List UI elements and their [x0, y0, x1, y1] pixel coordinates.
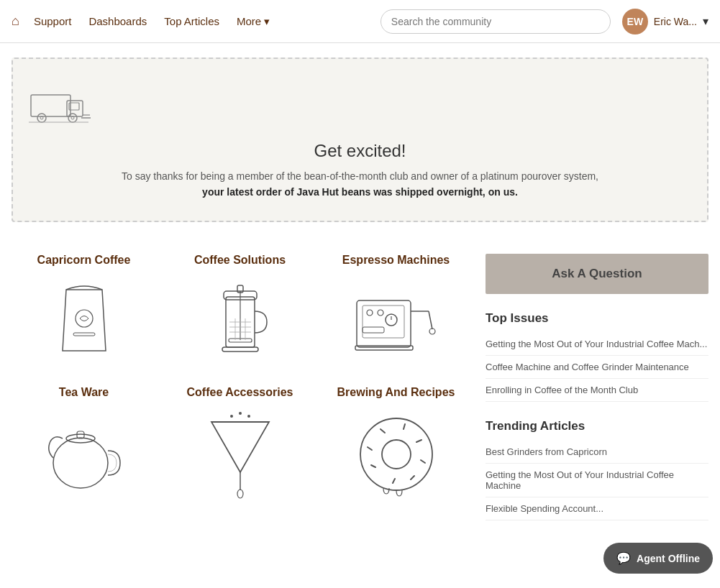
- donut-icon: [350, 408, 443, 501]
- trending-article-item[interactable]: Getting the Most Out of Your Industrial …: [486, 464, 708, 497]
- nav-top-articles[interactable]: Top Articles: [164, 15, 219, 28]
- user-menu[interactable]: EW Eric Wa... ▾: [622, 9, 708, 35]
- ask-question-button[interactable]: Ask A Question: [486, 254, 708, 294]
- svg-rect-11: [73, 333, 95, 336]
- svg-point-10: [76, 310, 93, 327]
- filter-icon: [193, 408, 287, 501]
- trending-articles-section: Trending Articles Best Grinders from Cap…: [486, 419, 708, 520]
- svg-point-26: [367, 310, 373, 316]
- espresso-machine-icon: [350, 275, 443, 369]
- svg-point-34: [429, 329, 435, 334]
- svg-point-44: [360, 418, 432, 490]
- category-tea-ware[interactable]: Tea Ware: [12, 386, 156, 501]
- category-grid: Capricorn Coffee Coffee Solutions: [12, 254, 468, 501]
- category-coffee-accessories[interactable]: Coffee Accessories: [168, 386, 312, 501]
- svg-line-51: [411, 476, 414, 479]
- search-area: [380, 9, 611, 34]
- svg-point-45: [382, 440, 411, 469]
- trending-articles-list: Best Grinders from Capricorn Getting the…: [486, 441, 708, 520]
- categories-section: Capricorn Coffee Coffee Solutions: [12, 254, 468, 538]
- svg-line-33: [429, 311, 432, 329]
- svg-rect-31: [355, 346, 413, 350]
- kettle-icon: [37, 408, 131, 501]
- svg-point-5: [68, 114, 77, 122]
- top-issues-heading: Top Issues: [486, 311, 708, 326]
- main-content: Capricorn Coffee Coffee Solutions: [0, 236, 720, 538]
- avatar: EW: [622, 9, 648, 35]
- hero-banner: Get excited! To say thanks for being a m…: [12, 58, 708, 222]
- category-coffee-solutions[interactable]: Coffee Solutions: [168, 254, 312, 369]
- truck-icon: [27, 81, 693, 131]
- category-brewing-recipes[interactable]: Brewing And Recipes: [324, 386, 468, 501]
- nav-dashboards[interactable]: Dashboards: [88, 15, 147, 28]
- svg-point-27: [378, 310, 383, 316]
- svg-point-40: [239, 412, 242, 415]
- home-icon[interactable]: ⌂: [12, 14, 19, 29]
- svg-rect-23: [222, 347, 258, 352]
- svg-line-49: [368, 447, 372, 450]
- hero-title: Get excited!: [27, 141, 693, 161]
- french-press-icon: [193, 275, 287, 369]
- coffee-bag-icon: [37, 275, 131, 369]
- chevron-down-icon: ▾: [264, 15, 270, 28]
- svg-line-48: [416, 440, 421, 442]
- search-input[interactable]: [380, 9, 611, 34]
- sidebar: Ask A Question Top Issues Getting the Mo…: [486, 254, 708, 538]
- nav-more-button[interactable]: More ▾: [237, 15, 270, 28]
- trending-articles-heading: Trending Articles: [486, 419, 708, 433]
- top-issues-list: Getting the Most Out of Your Industrial …: [486, 333, 708, 402]
- top-issues-section: Top Issues Getting the Most Out of Your …: [486, 311, 708, 402]
- top-issue-item[interactable]: Getting the Most Out of Your Industrial …: [486, 333, 708, 356]
- trending-article-item[interactable]: Flexible Spending Account...: [486, 497, 708, 520]
- trending-article-item[interactable]: Best Grinders from Capricorn: [486, 441, 708, 464]
- svg-line-47: [404, 424, 405, 429]
- svg-point-39: [230, 415, 233, 418]
- svg-point-35: [53, 438, 108, 488]
- svg-line-52: [421, 460, 425, 463]
- category-espresso-machines[interactable]: Espresso Machines: [324, 254, 468, 369]
- svg-line-50: [393, 479, 395, 483]
- svg-point-43: [237, 490, 243, 498]
- svg-line-46: [380, 429, 385, 433]
- svg-rect-24: [357, 300, 411, 347]
- svg-point-41: [247, 415, 250, 418]
- hero-body: To say thanks for being a member of the …: [109, 168, 612, 201]
- username: Eric Wa...: [654, 16, 697, 27]
- nav-links: Support Dashboards Top Articles More ▾: [34, 15, 270, 28]
- svg-point-3: [37, 114, 46, 122]
- nav-support[interactable]: Support: [34, 15, 72, 28]
- top-issue-item[interactable]: Enrolling in Coffee of the Month Club: [486, 379, 708, 402]
- top-issue-item[interactable]: Coffee Machine and Coffee Grinder Mainte…: [486, 356, 708, 379]
- category-capricorn-coffee[interactable]: Capricorn Coffee: [12, 254, 156, 369]
- svg-marker-38: [211, 422, 269, 472]
- user-chevron-icon: ▾: [703, 14, 708, 28]
- svg-rect-0: [31, 95, 70, 116]
- svg-rect-30: [363, 327, 384, 333]
- svg-line-53: [371, 465, 375, 467]
